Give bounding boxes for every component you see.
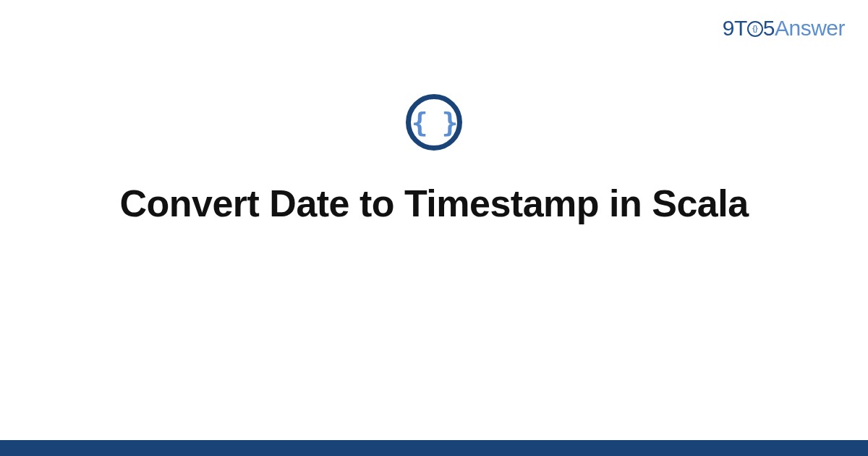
site-logo: 9T{}5Answer bbox=[723, 16, 845, 41]
logo-text-answer: Answer bbox=[775, 16, 845, 40]
main-content: { } Convert Date to Timestamp in Scala bbox=[0, 94, 868, 226]
logo-text-5: 5 bbox=[763, 16, 775, 40]
logo-text-9t: 9T bbox=[723, 16, 747, 40]
page-title: Convert Date to Timestamp in Scala bbox=[119, 181, 748, 226]
code-braces-icon: { } bbox=[406, 94, 462, 151]
footer-bar bbox=[0, 440, 868, 456]
braces-glyph: { } bbox=[412, 106, 457, 138]
logo-o-icon: {} bbox=[747, 21, 763, 37]
